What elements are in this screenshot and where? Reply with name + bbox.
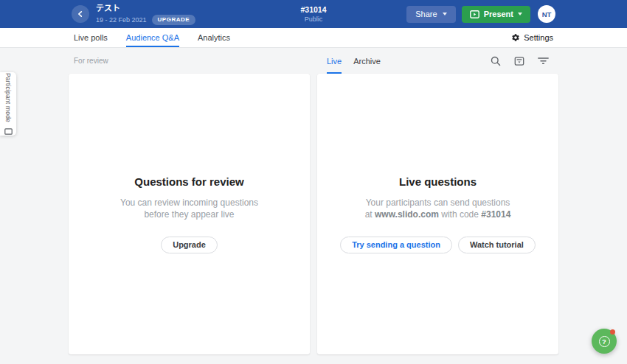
tab-audience-qa[interactable]: Audience Q&A: [126, 28, 179, 47]
share-button-label: Share: [415, 10, 437, 18]
participant-mode-label: Participant mode: [4, 73, 12, 122]
search-button[interactable]: [491, 56, 501, 66]
tab-live-polls[interactable]: Live polls: [74, 28, 108, 47]
gear-icon: [511, 33, 520, 42]
present-button-label: Present: [484, 10, 513, 18]
avatar[interactable]: NT: [538, 5, 555, 23]
nav-tabs: Live polls Audience Q&A Analytics: [74, 28, 230, 47]
participant-mode-toggle[interactable]: Participant mode: [0, 72, 16, 136]
settings-label: Settings: [524, 33, 553, 42]
qa-actions: [491, 48, 558, 74]
help-button[interactable]: ?: [592, 329, 617, 354]
slido-url: www.slido.com: [375, 209, 439, 220]
search-icon: [491, 56, 501, 66]
panel-toolbar: For review Live Archive: [69, 48, 558, 74]
event-title: テスト: [96, 4, 195, 13]
event-code-inline: #31014: [481, 209, 510, 220]
present-button[interactable]: Present: [462, 6, 530, 23]
back-button[interactable]: [72, 5, 89, 23]
navbar: Live polls Audience Q&A Analytics Settin…: [0, 28, 627, 48]
upgrade-button[interactable]: Upgrade: [161, 237, 218, 253]
topbar: テスト 19 - 22 Feb 2021 UPGRADE #31014 Publ…: [0, 0, 627, 28]
tab-live-questions[interactable]: Live: [327, 48, 342, 74]
live-panel-description: Your participants can send questions atw…: [365, 197, 511, 220]
share-button[interactable]: Share: [406, 6, 455, 23]
settings-button[interactable]: Settings: [511, 28, 553, 47]
notification-dot: [610, 329, 615, 335]
monitor-icon: [4, 128, 13, 135]
watch-tutorial-button[interactable]: Watch tutorial: [458, 237, 536, 253]
topbar-actions: Share Present NT: [406, 5, 555, 23]
archive-button[interactable]: [514, 56, 524, 66]
present-screen-icon: [470, 10, 479, 18]
for-review-label: For review: [74, 57, 108, 65]
archive-box-icon: [514, 56, 524, 66]
try-sending-question-button[interactable]: Try sending a question: [340, 237, 452, 253]
filter-icon: [538, 57, 549, 65]
event-info: テスト 19 - 22 Feb 2021 UPGRADE: [96, 4, 195, 25]
questions-for-review-panel: Questions for review You can review inco…: [69, 74, 310, 354]
question-mark-icon: ?: [599, 336, 610, 347]
live-panel-title: Live questions: [399, 175, 477, 188]
filter-button[interactable]: [538, 57, 549, 65]
event-code: #31014: [300, 5, 326, 14]
review-panel-title: Questions for review: [134, 175, 243, 188]
main-content: Participant mode For review Live Archive: [0, 48, 627, 364]
chevron-down-icon: [443, 13, 447, 15]
chevron-left-icon: [76, 10, 85, 18]
tab-archive[interactable]: Archive: [353, 48, 381, 74]
event-visibility: Public: [300, 15, 326, 23]
event-code-block: #31014 Public: [300, 5, 326, 23]
upgrade-badge[interactable]: UPGRADE: [152, 15, 196, 25]
review-panel-description: You can review incoming questions before…: [120, 197, 258, 220]
tab-analytics[interactable]: Analytics: [198, 28, 230, 47]
chevron-down-icon: [518, 13, 522, 15]
event-dates: 19 - 22 Feb 2021: [96, 16, 147, 24]
live-questions-panel: Live questions Your participants can sen…: [317, 74, 558, 354]
